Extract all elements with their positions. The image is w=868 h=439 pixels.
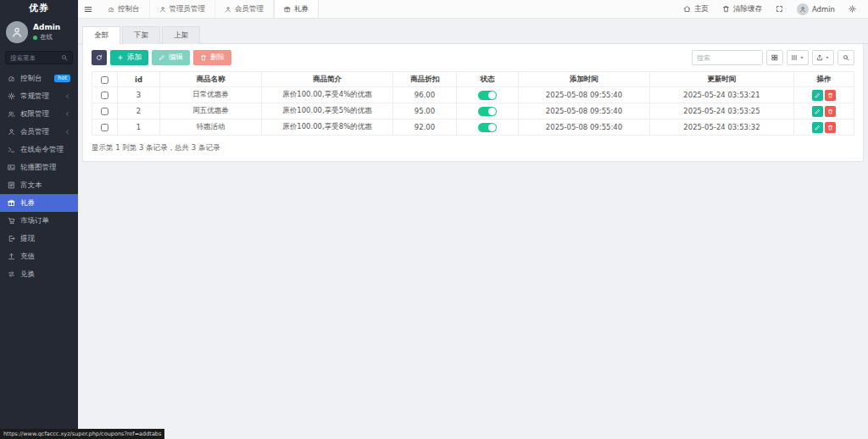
edit-button[interactable]: 编辑 xyxy=(152,50,190,65)
row-operate-cell xyxy=(794,87,854,103)
topbar-tab-会员管理[interactable]: 会员管理 xyxy=(215,0,274,18)
row-operate-cell xyxy=(794,119,854,136)
filter-tab-下架[interactable]: 下架 xyxy=(122,26,160,44)
edit-row-button[interactable] xyxy=(812,106,823,117)
sidebar-menu: 控制台hot常规管理权限管理会员管理在线命令管理轮播图管理富文本礼券市场订单提现… xyxy=(0,69,78,283)
delete-row-button[interactable] xyxy=(825,90,836,101)
clear-cache-link[interactable]: 清除缓存 xyxy=(715,0,769,18)
hamburger-icon xyxy=(84,5,92,14)
row-intro: 原价100.00,享受4%的优惠 xyxy=(262,87,393,103)
filter-tab-全部[interactable]: 全部 xyxy=(82,26,120,44)
avatar[interactable] xyxy=(6,21,28,43)
sidebar-item-gift[interactable]: 礼券 xyxy=(0,194,78,212)
user-panel: Admin 在线 xyxy=(0,17,78,48)
sidebar-item-user[interactable]: 会员管理 xyxy=(0,123,78,141)
carousel-icon xyxy=(8,164,15,171)
status-toggle[interactable] xyxy=(478,123,497,132)
sidebar-item-gear[interactable]: 常规管理 xyxy=(0,87,78,105)
delete-label: 删除 xyxy=(210,53,225,63)
row-checkbox[interactable] xyxy=(101,108,108,115)
sidebar-item-label: 在线命令管理 xyxy=(20,145,64,155)
delete-row-button[interactable] xyxy=(825,106,836,117)
search-button[interactable] xyxy=(837,50,854,65)
row-checkbox[interactable] xyxy=(101,92,108,99)
sidebar-toggle-button[interactable] xyxy=(78,0,98,18)
topbar-tab-label: 礼券 xyxy=(294,4,309,14)
sidebar-item-cart[interactable]: 市场订单 xyxy=(0,212,78,230)
table-header-row: id 商品名称 商品简介 商品折扣 状态 添加时间 更新时间 操作 xyxy=(92,72,854,87)
columns-icon xyxy=(791,54,798,61)
sidebar-item-label: 常规管理 xyxy=(20,92,49,102)
main-content: 全部下架上架 添加 编辑 删除 xyxy=(78,19,868,439)
column-header-intro: 商品简介 xyxy=(262,72,393,87)
sidebar-search-input[interactable] xyxy=(10,54,61,62)
pencil-icon xyxy=(815,108,821,114)
row-updated: 2025-05-24 03:53:21 xyxy=(650,87,794,103)
filter-tab-上架[interactable]: 上架 xyxy=(162,26,200,44)
sidebar-item-terminal[interactable]: 在线命令管理 xyxy=(0,141,78,158)
caret-down-icon xyxy=(825,55,830,60)
topbar: 控制台管理员管理会员管理礼券 主页 清除缓存 Admin xyxy=(78,0,868,19)
card-view-icon xyxy=(771,54,778,61)
row-updated: 2025-05-24 03:53:25 xyxy=(650,103,794,119)
table-search-input[interactable] xyxy=(692,50,763,65)
coupons-table: id 商品名称 商品简介 商品折扣 状态 添加时间 更新时间 操作 3日常优惠券… xyxy=(92,71,854,136)
gift-icon xyxy=(8,199,15,207)
gift-icon xyxy=(284,6,291,13)
status-toggle[interactable] xyxy=(478,91,497,100)
topbar-tab-礼券[interactable]: 礼券 xyxy=(274,0,319,18)
row-name: 日常优惠券 xyxy=(160,87,262,103)
pencil-icon xyxy=(815,125,821,131)
home-link[interactable]: 主页 xyxy=(676,0,715,18)
chevron-left-icon xyxy=(64,111,70,117)
topbar-tab-控制台[interactable]: 控制台 xyxy=(98,0,150,18)
column-header-operate: 操作 xyxy=(794,72,854,87)
add-button[interactable]: 添加 xyxy=(110,50,148,65)
delete-button[interactable]: 删除 xyxy=(193,50,231,65)
columns-button[interactable] xyxy=(787,50,809,65)
user-menu[interactable]: Admin xyxy=(790,0,842,18)
table-row[interactable]: 2周五优惠券原价100.00,享受5%的优惠95.002025-05-08 09… xyxy=(92,103,854,119)
row-discount: 92.00 xyxy=(393,119,457,136)
sidebar-item-users[interactable]: 权限管理 xyxy=(0,105,78,123)
delete-row-button[interactable] xyxy=(825,122,836,133)
trash-icon xyxy=(200,54,207,61)
row-id: 1 xyxy=(118,119,160,136)
column-header-discount: 商品折扣 xyxy=(393,72,457,87)
gear-icon xyxy=(8,92,15,100)
fullscreen-button[interactable] xyxy=(769,0,790,18)
table-panel: 添加 编辑 删除 xyxy=(82,44,864,162)
select-all-checkbox[interactable] xyxy=(101,76,108,84)
sidebar-item-dashboard[interactable]: 控制台hot xyxy=(0,69,78,87)
table-row[interactable]: 1特惠活动原价100.00,享受8%的优惠92.002025-05-08 09:… xyxy=(92,119,854,136)
column-header-created: 添加时间 xyxy=(519,72,650,87)
export-button[interactable] xyxy=(812,50,834,65)
toggle-view-button[interactable] xyxy=(766,50,783,65)
sidebar-item-label: 轮播图管理 xyxy=(20,163,57,173)
edit-row-button[interactable] xyxy=(812,122,823,133)
status-toggle[interactable] xyxy=(478,107,497,116)
avatar xyxy=(797,3,809,15)
edit-row-button[interactable] xyxy=(812,90,823,101)
sidebar-item-exchange[interactable]: 兑换 xyxy=(0,265,78,283)
row-checkbox[interactable] xyxy=(101,124,108,131)
sidebar-search xyxy=(5,51,73,64)
sidebar-item-carousel[interactable]: 轮播图管理 xyxy=(0,158,78,176)
trash-icon xyxy=(827,108,833,114)
user-icon xyxy=(159,6,166,13)
row-created: 2025-05-08 09:55:40 xyxy=(519,87,650,103)
row-intro: 原价100.00,享受5%的优惠 xyxy=(262,103,393,119)
sidebar-item-label: 兑换 xyxy=(20,270,35,280)
refresh-button[interactable] xyxy=(92,50,107,65)
sidebar-item-recharge[interactable]: 充值 xyxy=(0,247,78,265)
settings-button[interactable] xyxy=(842,0,863,18)
refresh-icon xyxy=(96,54,103,61)
topbar-tab-管理员管理[interactable]: 管理员管理 xyxy=(150,0,216,18)
table-toolbar: 添加 编辑 删除 xyxy=(92,50,854,65)
table-row[interactable]: 3日常优惠券原价100.00,享受4%的优惠96.002025-05-08 09… xyxy=(92,87,854,103)
column-header-id: id xyxy=(118,72,160,87)
sidebar-item-withdraw[interactable]: 提现 xyxy=(0,230,78,247)
sidebar-item-richtext[interactable]: 富文本 xyxy=(0,176,78,194)
row-discount: 95.00 xyxy=(393,103,457,119)
user-info: Admin 在线 xyxy=(33,23,60,42)
